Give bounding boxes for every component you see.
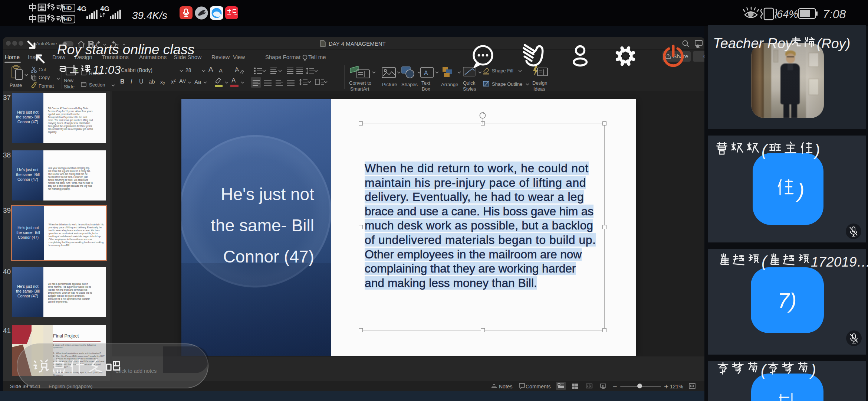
svg-text:A: A <box>424 70 428 76</box>
